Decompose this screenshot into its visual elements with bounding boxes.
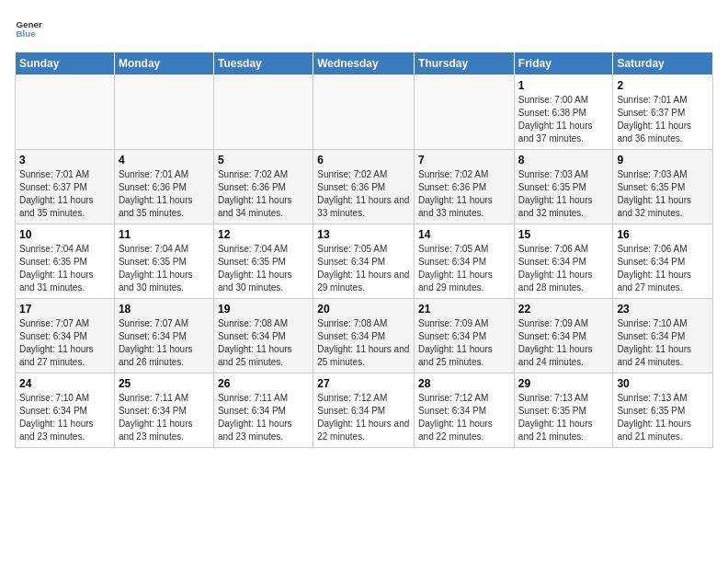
calendar-table: SundayMondayTuesdayWednesdayThursdayFrid… xyxy=(15,52,713,448)
day-number: 21 xyxy=(418,303,510,316)
calendar-cell: 30Sunrise: 7:13 AM Sunset: 6:35 PM Dayli… xyxy=(613,373,713,448)
calendar-cell xyxy=(213,75,313,150)
calendar-header-row: SundayMondayTuesdayWednesdayThursdayFrid… xyxy=(16,52,713,75)
day-number: 6 xyxy=(317,154,410,167)
day-number: 4 xyxy=(119,154,210,167)
calendar-cell: 7Sunrise: 7:02 AM Sunset: 6:36 PM Daylig… xyxy=(415,150,515,224)
calendar-cell: 19Sunrise: 7:08 AM Sunset: 6:34 PM Dayli… xyxy=(213,299,313,373)
day-number: 2 xyxy=(617,79,709,92)
calendar-cell: 22Sunrise: 7:09 AM Sunset: 6:34 PM Dayli… xyxy=(514,299,613,373)
page-header: General Blue xyxy=(15,15,713,42)
day-number: 9 xyxy=(617,154,709,167)
day-info: Sunrise: 7:07 AM Sunset: 6:34 PM Dayligh… xyxy=(119,317,210,369)
day-number: 19 xyxy=(218,303,309,316)
day-info: Sunrise: 7:01 AM Sunset: 6:37 PM Dayligh… xyxy=(19,168,110,220)
weekday-header: Monday xyxy=(114,52,213,75)
calendar-cell: 29Sunrise: 7:13 AM Sunset: 6:35 PM Dayli… xyxy=(514,373,613,448)
day-info: Sunrise: 7:09 AM Sunset: 6:34 PM Dayligh… xyxy=(418,317,510,369)
logo-icon: General Blue xyxy=(15,15,42,42)
calendar-cell: 23Sunrise: 7:10 AM Sunset: 6:34 PM Dayli… xyxy=(613,299,713,373)
calendar-cell: 8Sunrise: 7:03 AM Sunset: 6:35 PM Daylig… xyxy=(514,150,613,224)
day-number: 15 xyxy=(518,228,609,241)
weekday-header: Saturday xyxy=(613,52,713,75)
day-info: Sunrise: 7:08 AM Sunset: 6:34 PM Dayligh… xyxy=(218,317,309,369)
day-info: Sunrise: 7:05 AM Sunset: 6:34 PM Dayligh… xyxy=(418,243,510,294)
calendar-cell xyxy=(16,75,115,150)
day-info: Sunrise: 7:12 AM Sunset: 6:34 PM Dayligh… xyxy=(418,392,510,443)
day-info: Sunrise: 7:02 AM Sunset: 6:36 PM Dayligh… xyxy=(418,168,510,220)
day-number: 27 xyxy=(317,377,410,390)
calendar-cell: 13Sunrise: 7:05 AM Sunset: 6:34 PM Dayli… xyxy=(313,224,415,299)
calendar-cell: 21Sunrise: 7:09 AM Sunset: 6:34 PM Dayli… xyxy=(415,299,515,373)
day-number: 29 xyxy=(518,377,609,390)
weekday-header: Thursday xyxy=(415,52,515,75)
day-number: 23 xyxy=(617,303,709,316)
day-info: Sunrise: 7:03 AM Sunset: 6:35 PM Dayligh… xyxy=(518,168,609,220)
day-number: 25 xyxy=(119,377,210,390)
calendar-cell: 20Sunrise: 7:08 AM Sunset: 6:34 PM Dayli… xyxy=(313,299,415,373)
calendar-cell: 15Sunrise: 7:06 AM Sunset: 6:34 PM Dayli… xyxy=(514,224,613,299)
calendar-cell: 1Sunrise: 7:00 AM Sunset: 6:38 PM Daylig… xyxy=(514,75,613,150)
calendar-cell xyxy=(114,75,213,150)
calendar-cell: 5Sunrise: 7:02 AM Sunset: 6:36 PM Daylig… xyxy=(213,150,313,224)
calendar-cell: 4Sunrise: 7:01 AM Sunset: 6:36 PM Daylig… xyxy=(114,150,213,224)
day-number: 12 xyxy=(218,228,309,241)
day-info: Sunrise: 7:09 AM Sunset: 6:34 PM Dayligh… xyxy=(518,317,609,369)
day-info: Sunrise: 7:10 AM Sunset: 6:34 PM Dayligh… xyxy=(617,317,709,369)
day-number: 18 xyxy=(119,303,210,316)
calendar-week-row: 1Sunrise: 7:00 AM Sunset: 6:38 PM Daylig… xyxy=(16,75,713,150)
day-number: 3 xyxy=(19,154,110,167)
calendar-week-row: 24Sunrise: 7:10 AM Sunset: 6:34 PM Dayli… xyxy=(16,373,713,448)
calendar-cell: 28Sunrise: 7:12 AM Sunset: 6:34 PM Dayli… xyxy=(415,373,515,448)
calendar-cell: 14Sunrise: 7:05 AM Sunset: 6:34 PM Dayli… xyxy=(415,224,515,299)
calendar-cell: 24Sunrise: 7:10 AM Sunset: 6:34 PM Dayli… xyxy=(16,373,115,448)
day-info: Sunrise: 7:11 AM Sunset: 6:34 PM Dayligh… xyxy=(218,392,309,443)
day-info: Sunrise: 7:08 AM Sunset: 6:34 PM Dayligh… xyxy=(317,317,410,369)
day-number: 17 xyxy=(19,303,110,316)
day-number: 1 xyxy=(518,79,609,92)
day-number: 26 xyxy=(218,377,309,390)
calendar-cell: 11Sunrise: 7:04 AM Sunset: 6:35 PM Dayli… xyxy=(114,224,213,299)
logo: General Blue xyxy=(15,15,42,42)
calendar-cell: 3Sunrise: 7:01 AM Sunset: 6:37 PM Daylig… xyxy=(16,150,115,224)
day-number: 20 xyxy=(317,303,410,316)
weekday-header: Friday xyxy=(514,52,613,75)
day-info: Sunrise: 7:06 AM Sunset: 6:34 PM Dayligh… xyxy=(617,243,709,294)
day-number: 10 xyxy=(19,228,110,241)
day-number: 30 xyxy=(617,377,709,390)
calendar-week-row: 10Sunrise: 7:04 AM Sunset: 6:35 PM Dayli… xyxy=(16,224,713,299)
svg-text:Blue: Blue xyxy=(17,29,37,39)
day-number: 14 xyxy=(418,228,510,241)
calendar-cell: 17Sunrise: 7:07 AM Sunset: 6:34 PM Dayli… xyxy=(16,299,115,373)
calendar-cell: 6Sunrise: 7:02 AM Sunset: 6:36 PM Daylig… xyxy=(313,150,415,224)
day-info: Sunrise: 7:01 AM Sunset: 6:36 PM Dayligh… xyxy=(119,168,210,220)
calendar-week-row: 3Sunrise: 7:01 AM Sunset: 6:37 PM Daylig… xyxy=(16,150,713,224)
day-number: 7 xyxy=(418,154,510,167)
calendar-cell: 16Sunrise: 7:06 AM Sunset: 6:34 PM Dayli… xyxy=(613,224,713,299)
calendar-cell: 9Sunrise: 7:03 AM Sunset: 6:35 PM Daylig… xyxy=(613,150,713,224)
day-number: 11 xyxy=(119,228,210,241)
day-number: 16 xyxy=(617,228,709,241)
day-info: Sunrise: 7:02 AM Sunset: 6:36 PM Dayligh… xyxy=(317,168,410,220)
svg-text:General: General xyxy=(17,19,43,29)
calendar-cell: 10Sunrise: 7:04 AM Sunset: 6:35 PM Dayli… xyxy=(16,224,115,299)
calendar-cell: 26Sunrise: 7:11 AM Sunset: 6:34 PM Dayli… xyxy=(213,373,313,448)
day-info: Sunrise: 7:10 AM Sunset: 6:34 PM Dayligh… xyxy=(19,392,110,443)
day-number: 22 xyxy=(518,303,609,316)
day-info: Sunrise: 7:13 AM Sunset: 6:35 PM Dayligh… xyxy=(617,392,709,443)
day-info: Sunrise: 7:04 AM Sunset: 6:35 PM Dayligh… xyxy=(19,243,110,294)
day-number: 8 xyxy=(518,154,609,167)
day-info: Sunrise: 7:11 AM Sunset: 6:34 PM Dayligh… xyxy=(119,392,210,443)
calendar-cell: 12Sunrise: 7:04 AM Sunset: 6:35 PM Dayli… xyxy=(213,224,313,299)
calendar-cell: 25Sunrise: 7:11 AM Sunset: 6:34 PM Dayli… xyxy=(114,373,213,448)
calendar-cell: 18Sunrise: 7:07 AM Sunset: 6:34 PM Dayli… xyxy=(114,299,213,373)
calendar-cell: 27Sunrise: 7:12 AM Sunset: 6:34 PM Dayli… xyxy=(313,373,415,448)
day-info: Sunrise: 7:01 AM Sunset: 6:37 PM Dayligh… xyxy=(617,94,709,145)
calendar-cell: 2Sunrise: 7:01 AM Sunset: 6:37 PM Daylig… xyxy=(613,75,713,150)
day-number: 5 xyxy=(218,154,309,167)
calendar-cell xyxy=(415,75,515,150)
calendar-week-row: 17Sunrise: 7:07 AM Sunset: 6:34 PM Dayli… xyxy=(16,299,713,373)
day-info: Sunrise: 7:05 AM Sunset: 6:34 PM Dayligh… xyxy=(317,243,410,294)
day-info: Sunrise: 7:04 AM Sunset: 6:35 PM Dayligh… xyxy=(218,243,309,294)
day-info: Sunrise: 7:04 AM Sunset: 6:35 PM Dayligh… xyxy=(119,243,210,294)
